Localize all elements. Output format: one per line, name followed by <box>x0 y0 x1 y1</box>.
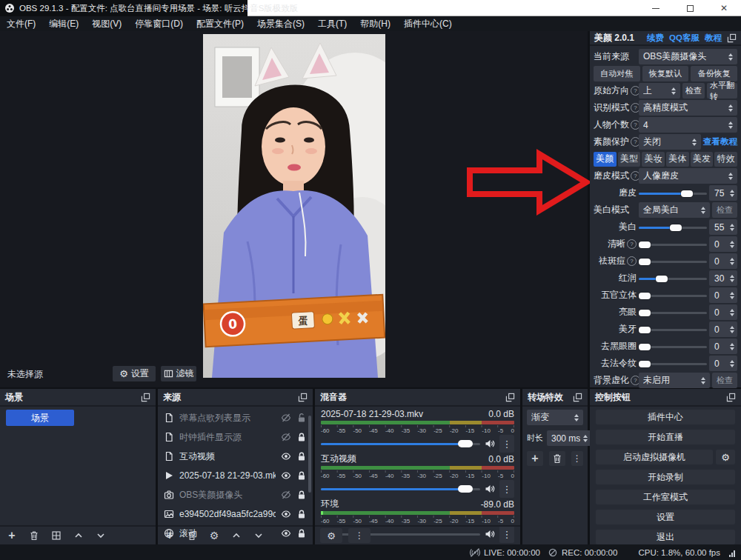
whiten-slider[interactable] <box>639 223 707 232</box>
dark-circles-value-spinbox[interactable]: 0 <box>709 339 737 354</box>
detect-mode-dropdown[interactable]: 高精度模式 <box>639 100 737 116</box>
slider-knob[interactable] <box>458 440 473 447</box>
tutorial-link[interactable]: 教程 <box>705 33 722 44</box>
popout-icon[interactable] <box>141 393 150 402</box>
blemish-value-spinbox[interactable]: 0 <box>709 253 737 269</box>
eye-slash-icon[interactable] <box>281 413 291 423</box>
lock-open-icon[interactable] <box>296 413 307 423</box>
menu-tools[interactable]: 工具(T) <box>311 16 353 31</box>
rosy-value-spinbox[interactable]: 30 <box>709 270 737 286</box>
dark-circles-slider[interactable] <box>639 342 707 351</box>
contour-value-spinbox[interactable]: 0 <box>709 287 737 303</box>
transition-dropdown[interactable]: 渐变 <box>527 410 583 425</box>
blemish-slider[interactable] <box>639 257 707 266</box>
source-filters-button[interactable]: 滤镜 <box>161 366 196 381</box>
lock-icon[interactable] <box>296 490 307 500</box>
remove-transition-button[interactable] <box>549 451 565 466</box>
popout-icon[interactable] <box>298 393 308 402</box>
slider-knob[interactable] <box>639 241 651 248</box>
scene-move-down-button[interactable] <box>94 529 107 542</box>
slider-knob[interactable] <box>458 485 473 493</box>
start-recording-button[interactable]: 开始录制 <box>596 470 735 484</box>
eye-slash-icon[interactable] <box>281 432 291 442</box>
menu-scene-collection[interactable]: 场景集合(S) <box>250 16 311 31</box>
scene-item-selected[interactable]: 场景 <box>6 410 74 426</box>
eye-icon[interactable] <box>281 451 291 461</box>
slider-knob[interactable] <box>639 310 651 316</box>
channel-menu-button[interactable]: ⋮ <box>499 435 514 453</box>
duration-spinbox[interactable]: 300 ms <box>547 430 592 446</box>
start-virtual-camera-button[interactable]: 启动虚拟摄像机 <box>596 450 713 464</box>
bright-eyes-value-spinbox[interactable]: 0 <box>709 304 737 320</box>
exit-button[interactable]: 退出 <box>596 530 735 544</box>
contour-slider[interactable] <box>639 291 707 300</box>
popout-icon[interactable] <box>727 33 737 43</box>
settings-button[interactable]: 设置 <box>596 510 735 524</box>
slider-knob[interactable] <box>656 276 668 282</box>
orientation-check-button[interactable]: 检查 <box>682 83 705 99</box>
teeth-slider[interactable] <box>639 325 707 334</box>
help-icon[interactable]: ? <box>627 256 637 266</box>
smooth-value-spinbox[interactable]: 75 <box>709 185 737 201</box>
menu-docks[interactable]: 停靠窗口(D) <box>128 16 190 31</box>
slider-knob[interactable] <box>670 224 682 231</box>
tab-makeup[interactable]: 美妆 <box>642 152 665 167</box>
qq-support-link[interactable]: QQ客服 <box>669 33 700 44</box>
volume-slider[interactable] <box>321 484 480 493</box>
menu-profile[interactable]: 配置文件(P) <box>190 16 250 31</box>
volume-slider[interactable] <box>321 439 480 448</box>
slider-knob[interactable] <box>639 293 651 299</box>
smooth-mode-dropdown[interactable]: 人像磨皮 <box>639 168 737 184</box>
menu-help[interactable]: 帮助(H) <box>353 16 397 31</box>
scene-move-up-button[interactable] <box>72 529 85 542</box>
person-count-spinbox[interactable]: 4 <box>639 117 737 133</box>
source-row[interactable]: 弹幕点歌列表显示 <box>158 408 313 427</box>
source-properties-gear-button[interactable]: ⚙ <box>207 529 221 542</box>
horizontal-flip-button[interactable]: 水平翻转 <box>707 83 737 99</box>
smooth-slider[interactable] <box>639 189 707 198</box>
remove-scene-button[interactable] <box>27 529 41 542</box>
tab-effects[interactable]: 特效 <box>714 152 737 167</box>
mixer-menu-button[interactable]: ⋮ <box>348 528 370 543</box>
maximize-button[interactable] <box>673 0 707 16</box>
menu-edit[interactable]: 编辑(E) <box>42 16 85 31</box>
source-properties-button[interactable]: ⚙ 设置 <box>113 366 156 381</box>
bright-eyes-slider[interactable] <box>639 308 707 317</box>
add-source-button[interactable]: + <box>163 529 176 542</box>
eye-slash-icon[interactable] <box>281 490 291 500</box>
autofocus-button[interactable]: 自动对焦 <box>594 66 640 81</box>
close-button[interactable]: ✕ <box>707 0 741 16</box>
tab-beauty[interactable]: 美颜 <box>594 152 617 167</box>
remove-source-button[interactable] <box>185 529 199 542</box>
menu-plugin-center[interactable]: 插件中心(C) <box>397 16 459 31</box>
tab-body[interactable]: 美体 <box>666 152 689 167</box>
whiten-value-spinbox[interactable]: 55 <box>709 219 737 235</box>
whiten-check-button[interactable]: 检查 <box>712 202 737 218</box>
menu-view[interactable]: 视图(V) <box>85 16 128 31</box>
makeup-protect-dropdown[interactable]: 关闭 <box>639 134 701 150</box>
whiten-mode-dropdown[interactable]: 全局美白 <box>639 202 710 218</box>
slider-knob[interactable] <box>639 259 651 265</box>
scene-grid-mode-button[interactable] <box>50 529 63 542</box>
clarity-value-spinbox[interactable]: 0 <box>709 236 737 252</box>
slider-knob[interactable] <box>681 190 693 197</box>
lock-icon[interactable] <box>296 451 307 461</box>
bg-blur-dropdown[interactable]: 未启用 <box>639 373 710 388</box>
renew-link[interactable]: 续费 <box>647 33 664 44</box>
restore-defaults-button[interactable]: 恢复默认 <box>642 66 689 81</box>
source-row[interactable]: 互动视频 <box>158 447 313 466</box>
transition-menu-button[interactable]: ⋮ <box>571 451 583 466</box>
channel-menu-button[interactable]: ⋮ <box>499 480 514 498</box>
current-source-dropdown[interactable]: OBS美颜摄像头 <box>639 49 737 64</box>
rosy-slider[interactable] <box>639 274 707 283</box>
minimize-button[interactable] <box>639 0 673 16</box>
start-streaming-button[interactable]: 开始直播 <box>596 430 735 444</box>
popout-icon[interactable] <box>505 393 515 402</box>
lock-icon[interactable] <box>296 432 307 442</box>
help-icon[interactable]: ? <box>627 239 637 249</box>
clarity-slider[interactable] <box>639 240 707 249</box>
slider-knob[interactable] <box>639 327 651 333</box>
preview-video[interactable]: 0 蛋 <box>203 34 385 378</box>
source-row[interactable]: 2025-07-18 21-29-03.mkv <box>158 466 313 485</box>
advanced-audio-button[interactable]: ⚙ <box>320 528 342 543</box>
